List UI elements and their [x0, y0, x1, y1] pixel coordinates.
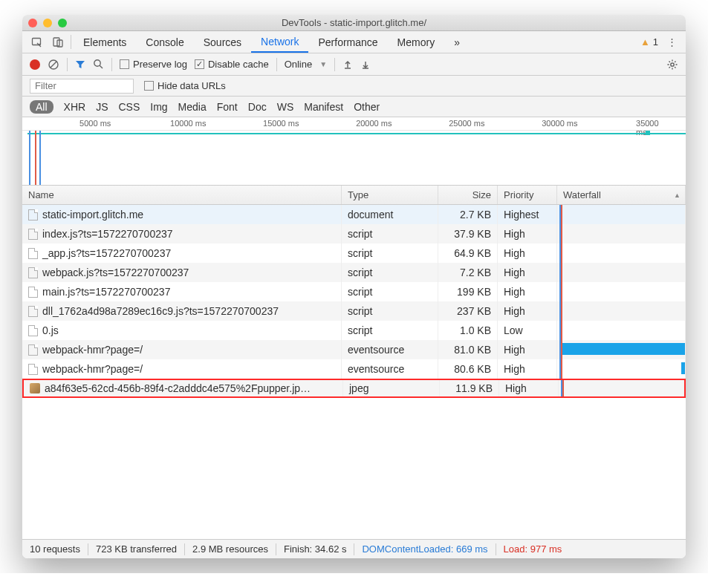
table-row[interactable]: a84f63e5-62cd-456b-89f4-c2adddc4e575%2Fp…	[22, 379, 686, 398]
col-header-type[interactable]: Type	[342, 186, 438, 204]
disable-cache-toggle[interactable]: ✓Disable cache	[195, 59, 269, 70]
category-xhr[interactable]: XHR	[64, 101, 86, 113]
tab-network[interactable]: Network	[251, 31, 308, 53]
cell-name: webpack.js?ts=1572270700237	[22, 263, 342, 282]
col-header-size[interactable]: Size	[438, 186, 498, 204]
cell-priority: High	[498, 244, 557, 263]
table-row[interactable]: index.js?ts=1572270700237script37.9 KBHi…	[22, 224, 686, 244]
svg-line-4	[51, 62, 56, 68]
category-font[interactable]: Font	[217, 101, 238, 113]
filter-input[interactable]	[30, 79, 134, 94]
cell-type: script	[342, 224, 438, 244]
col-header-name[interactable]: Name	[22, 186, 342, 204]
request-name: webpack-hmr?page=/	[42, 344, 143, 356]
warning-icon: ▲	[640, 36, 650, 48]
table-row[interactable]: _app.js?ts=1572270700237script64.9 KBHig…	[22, 244, 686, 263]
category-all[interactable]: All	[30, 100, 53, 114]
request-name: static-import.glitch.me	[42, 209, 143, 220]
filter-row: Hide data URLs	[22, 76, 686, 97]
category-media[interactable]: Media	[178, 101, 207, 113]
file-icon	[28, 306, 38, 317]
request-name: a84f63e5-62cd-456b-89f4-c2adddc4e575%2Fp…	[45, 382, 311, 394]
cell-waterfall	[557, 359, 686, 379]
inspect-element-icon[interactable]	[27, 31, 48, 53]
table-row[interactable]: webpack.js?ts=1572270700237script7.2 KBH…	[22, 263, 686, 282]
status-requests: 10 requests	[30, 543, 80, 555]
cell-priority: High	[498, 282, 557, 301]
status-bar: 10 requests 723 KB transferred 2.9 MB re…	[22, 539, 686, 558]
window-titlebar: DevTools - static-import.glitch.me/	[22, 15, 686, 31]
category-img[interactable]: Img	[150, 101, 167, 113]
network-settings-icon[interactable]	[666, 59, 678, 71]
window-title: DevTools - static-import.glitch.me/	[22, 17, 686, 28]
table-row[interactable]: 0.jsscript1.0 KBLow	[22, 321, 686, 340]
table-row[interactable]: static-import.glitch.medocument2.7 KBHig…	[22, 205, 686, 224]
clear-icon[interactable]	[48, 59, 59, 71]
category-ws[interactable]: WS	[277, 101, 294, 113]
category-doc[interactable]: Doc	[248, 101, 267, 113]
category-css[interactable]: CSS	[118, 101, 140, 113]
file-icon	[28, 267, 38, 278]
cell-type: jpeg	[343, 380, 440, 396]
timeline-overview[interactable]: 5000 ms 10000 ms 15000 ms 20000 ms 25000…	[22, 117, 686, 186]
image-file-icon	[30, 383, 40, 393]
timeline-dcl-marker	[29, 131, 30, 185]
hide-data-urls-toggle[interactable]: Hide data URLs	[144, 80, 226, 91]
download-icon[interactable]	[360, 59, 371, 70]
request-name: main.js?ts=1572270700237	[42, 286, 170, 298]
cell-size: 1.0 KB	[438, 321, 498, 340]
table-row[interactable]: webpack-hmr?page=/eventsource81.0 KBHigh	[22, 340, 686, 359]
tabs-overflow[interactable]: »	[444, 31, 470, 53]
file-icon	[28, 209, 38, 220]
throttle-label[interactable]: Online	[285, 59, 313, 70]
network-toolbar: Preserve log ✓Disable cache Online ▼	[22, 53, 686, 76]
cell-size: 2.7 KB	[438, 205, 498, 224]
tab-memory[interactable]: Memory	[388, 31, 445, 53]
timeline-marker	[39, 131, 41, 185]
preserve-log-toggle[interactable]: Preserve log	[120, 59, 187, 70]
cell-type: script	[342, 282, 438, 301]
category-row: All XHR JS CSS Img Media Font Doc WS Man…	[22, 97, 686, 117]
cell-name: main.js?ts=1572270700237	[22, 282, 342, 301]
wf-load-line	[561, 244, 562, 263]
file-icon	[28, 344, 38, 356]
upload-icon[interactable]	[342, 59, 353, 70]
cell-name: 0.js	[22, 321, 342, 340]
hide-data-urls-checkbox[interactable]	[144, 81, 154, 91]
cell-priority: High	[498, 301, 557, 321]
category-other[interactable]: Other	[354, 101, 380, 113]
wf-load-line	[561, 224, 562, 244]
device-toggle-icon[interactable]	[48, 31, 68, 53]
cell-size: 80.6 KB	[438, 359, 498, 379]
settings-menu-icon[interactable]: ⋮	[663, 36, 681, 48]
cell-type: script	[342, 321, 438, 340]
file-icon	[28, 287, 38, 298]
wf-bar	[562, 343, 685, 355]
cell-waterfall	[557, 205, 686, 224]
warnings-badge[interactable]: ▲ 1	[640, 36, 658, 48]
disable-cache-checkbox[interactable]: ✓	[195, 59, 204, 69]
throttle-caret[interactable]: ▼	[319, 60, 327, 68]
search-icon[interactable]	[93, 59, 104, 70]
tab-performance[interactable]: Performance	[308, 31, 387, 53]
file-icon	[28, 325, 38, 336]
preserve-log-checkbox[interactable]	[120, 59, 129, 69]
request-name: index.js?ts=1572270700237	[42, 228, 173, 240]
table-row[interactable]: webpack-hmr?page=/eventsource80.6 KBHigh	[22, 359, 686, 379]
cell-name: a84f63e5-62cd-456b-89f4-c2adddc4e575%2Fp…	[24, 380, 343, 396]
category-manifest[interactable]: Manifest	[304, 101, 343, 113]
category-js[interactable]: JS	[96, 101, 108, 113]
record-button[interactable]	[30, 59, 40, 70]
col-header-priority[interactable]: Priority	[498, 186, 557, 204]
tab-console[interactable]: Console	[136, 31, 193, 53]
table-row[interactable]: main.js?ts=1572270700237script199 KBHigh	[22, 282, 686, 301]
table-row[interactable]: dll_1762a4d98a7289ec16c9.js?ts=157227070…	[22, 301, 686, 321]
col-header-waterfall[interactable]: Waterfall	[557, 186, 686, 204]
tab-elements[interactable]: Elements	[74, 31, 136, 53]
filter-icon[interactable]	[75, 59, 85, 70]
wf-load-line	[561, 263, 562, 282]
tab-sources[interactable]: Sources	[194, 31, 251, 53]
status-finish: Finish: 34.62 s	[284, 543, 347, 555]
svg-point-5	[94, 60, 100, 66]
devtools-window: DevTools - static-import.glitch.me/ Elem…	[22, 15, 686, 558]
